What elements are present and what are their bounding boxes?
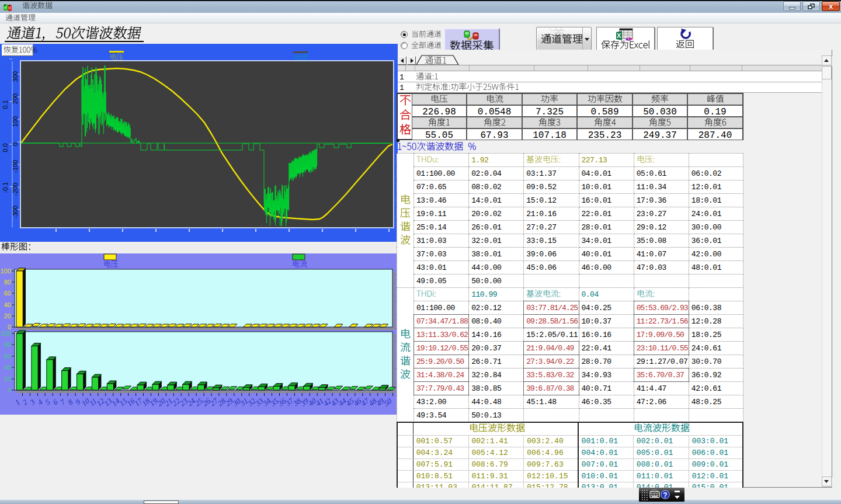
svg-text:40: 40 [4,364,11,371]
svg-text:80: 80 [4,279,11,286]
svg-text:300: 300 [12,71,19,82]
svg-text:20: 20 [4,312,11,319]
svg-text:?: ? [663,491,667,499]
svg-text:100: 100 [1,267,11,274]
svg-text:0.0: 0.0 [2,143,9,152]
svg-text:-0.1: -0.1 [2,182,9,193]
svg-text:-200: -200 [12,183,19,196]
svg-text:60: 60 [4,353,11,360]
svg-text:100: 100 [12,116,19,127]
svg-text:20: 20 [4,376,11,383]
svg-text:0.1: 0.1 [2,100,9,109]
svg-text:-300: -300 [12,206,19,218]
svg-text:200: 200 [12,93,19,104]
svg-text:60: 60 [4,290,11,297]
svg-text:X: X [617,32,621,39]
svg-text:100: 100 [1,330,11,337]
svg-text:0: 0 [12,142,19,146]
svg-text:80: 80 [4,341,11,348]
svg-text:-100: -100 [12,160,19,173]
svg-text:0: 0 [8,387,11,394]
svg-text:40: 40 [4,301,11,308]
